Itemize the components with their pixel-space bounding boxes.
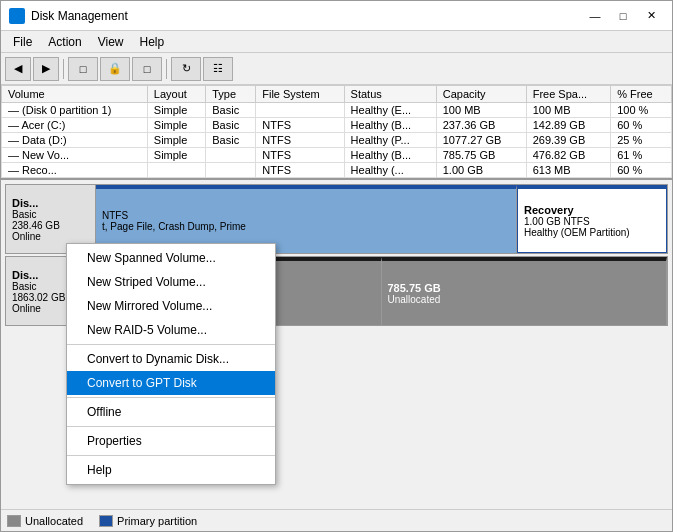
legend-primary: Primary partition bbox=[99, 515, 197, 527]
col-status[interactable]: Status bbox=[344, 86, 436, 103]
ctx-convert-dynamic[interactable]: Convert to Dynamic Disk... bbox=[67, 347, 275, 371]
table-row[interactable]: — Acer (C:) Simple Basic NTFS Healthy (B… bbox=[2, 118, 672, 133]
cell-layout: Simple bbox=[147, 133, 205, 148]
title-controls: — □ ✕ bbox=[582, 6, 664, 26]
ctx-new-mirrored[interactable]: New Mirrored Volume... bbox=[67, 294, 275, 318]
cell-fs: NTFS bbox=[256, 163, 344, 178]
cell-free: 613 MB bbox=[526, 163, 611, 178]
toolbar-btn-3[interactable]: □ bbox=[68, 57, 98, 81]
col-filesystem[interactable]: File System bbox=[256, 86, 344, 103]
disk-0-size: 238.46 GB bbox=[12, 220, 89, 231]
minimize-button[interactable]: — bbox=[582, 6, 608, 26]
cell-free: 100 MB bbox=[526, 103, 611, 118]
partition-recovery-size: 1.00 GB NTFS bbox=[524, 216, 660, 227]
cell-layout: Simple bbox=[147, 103, 205, 118]
cell-type: Basic bbox=[206, 118, 256, 133]
cell-pct: 100 % bbox=[611, 103, 672, 118]
main-content: Volume Layout Type File System Status Ca… bbox=[1, 85, 672, 509]
ctx-sep-3 bbox=[67, 426, 275, 427]
cell-layout bbox=[147, 163, 205, 178]
menu-file[interactable]: File bbox=[5, 33, 40, 51]
cell-status: Healthy (B... bbox=[344, 148, 436, 163]
disk-0-status: Online bbox=[12, 231, 89, 242]
cell-status: Healthy (E... bbox=[344, 103, 436, 118]
partition-2-fs: Unallocated bbox=[388, 294, 661, 305]
cell-cap: 785.75 GB bbox=[436, 148, 526, 163]
cell-free: 142.89 GB bbox=[526, 118, 611, 133]
title-bar: Disk Management — □ ✕ bbox=[1, 1, 672, 31]
col-type[interactable]: Type bbox=[206, 86, 256, 103]
disk-1-partition-2[interactable]: 785.75 GB Unallocated bbox=[382, 257, 668, 325]
cell-layout: Simple bbox=[147, 118, 205, 133]
cell-type: Basic bbox=[206, 133, 256, 148]
cell-type bbox=[206, 163, 256, 178]
forward-button[interactable]: ▶ bbox=[33, 57, 59, 81]
menu-bar: File Action View Help bbox=[1, 31, 672, 53]
col-freepct[interactable]: % Free bbox=[611, 86, 672, 103]
cell-fs: NTFS bbox=[256, 133, 344, 148]
back-button[interactable]: ◀ bbox=[5, 57, 31, 81]
toolbar-btn-5[interactable]: □ bbox=[132, 57, 162, 81]
ctx-help[interactable]: Help bbox=[67, 458, 275, 482]
close-button[interactable]: ✕ bbox=[638, 6, 664, 26]
cell-pct: 61 % bbox=[611, 148, 672, 163]
cell-cap: 100 MB bbox=[436, 103, 526, 118]
ctx-sep-4 bbox=[67, 455, 275, 456]
cell-type: Basic bbox=[206, 103, 256, 118]
table-row[interactable]: — Data (D:) Simple Basic NTFS Healthy (P… bbox=[2, 133, 672, 148]
volume-table: Volume Layout Type File System Status Ca… bbox=[1, 85, 672, 178]
toolbar-btn-6[interactable]: ↻ bbox=[171, 57, 201, 81]
ctx-new-striped[interactable]: New Striped Volume... bbox=[67, 270, 275, 294]
menu-action[interactable]: Action bbox=[40, 33, 89, 51]
partition-recovery-status: Healthy (OEM Partition) bbox=[524, 227, 660, 238]
disk-0-name: Dis... bbox=[12, 197, 89, 209]
cell-volume: — Acer (C:) bbox=[2, 118, 148, 133]
disk-0-partition-recovery[interactable]: Recovery 1.00 GB NTFS Healthy (OEM Parti… bbox=[517, 185, 667, 253]
col-freespace[interactable]: Free Spa... bbox=[526, 86, 611, 103]
table-row[interactable]: — Reco... NTFS Healthy (... 1.00 GB 613 … bbox=[2, 163, 672, 178]
col-layout[interactable]: Layout bbox=[147, 86, 205, 103]
table-row[interactable]: — (Disk 0 partition 1) Simple Basic Heal… bbox=[2, 103, 672, 118]
ctx-sep-1 bbox=[67, 344, 275, 345]
cell-fs: NTFS bbox=[256, 118, 344, 133]
menu-help[interactable]: Help bbox=[132, 33, 173, 51]
legend-unallocated-label: Unallocated bbox=[25, 515, 83, 527]
table-row[interactable]: — New Vo... Simple NTFS Healthy (B... 78… bbox=[2, 148, 672, 163]
ctx-offline[interactable]: Offline bbox=[67, 400, 275, 424]
maximize-button[interactable]: □ bbox=[610, 6, 636, 26]
ctx-properties[interactable]: Properties bbox=[67, 429, 275, 453]
disk-0-type: Basic bbox=[12, 209, 89, 220]
legend: Unallocated Primary partition bbox=[1, 509, 672, 531]
context-menu: New Spanned Volume... New Striped Volume… bbox=[66, 243, 276, 485]
cell-status: Healthy (P... bbox=[344, 133, 436, 148]
toolbar-sep-1 bbox=[63, 59, 64, 79]
cell-type bbox=[206, 148, 256, 163]
legend-primary-box bbox=[99, 515, 113, 527]
cell-cap: 1077.27 GB bbox=[436, 133, 526, 148]
cell-status: Healthy (... bbox=[344, 163, 436, 178]
toolbar-btn-4[interactable]: 🔒 bbox=[100, 57, 130, 81]
cell-volume: — New Vo... bbox=[2, 148, 148, 163]
partition-c-fs: NTFS bbox=[102, 210, 510, 221]
ctx-new-spanned[interactable]: New Spanned Volume... bbox=[67, 246, 275, 270]
ctx-convert-gpt[interactable]: Convert to GPT Disk bbox=[67, 371, 275, 395]
cell-pct: 25 % bbox=[611, 133, 672, 148]
ctx-new-raid5[interactable]: New RAID-5 Volume... bbox=[67, 318, 275, 342]
partition-2-size: 785.75 GB bbox=[388, 282, 661, 294]
legend-unallocated-box bbox=[7, 515, 21, 527]
window-title: Disk Management bbox=[31, 9, 582, 23]
cell-cap: 237.36 GB bbox=[436, 118, 526, 133]
volume-table-container[interactable]: Volume Layout Type File System Status Ca… bbox=[1, 85, 672, 180]
cell-volume: — Reco... bbox=[2, 163, 148, 178]
toolbar-btn-7[interactable]: ☷ bbox=[203, 57, 233, 81]
cell-cap: 1.00 GB bbox=[436, 163, 526, 178]
col-volume[interactable]: Volume bbox=[2, 86, 148, 103]
legend-unallocated: Unallocated bbox=[7, 515, 83, 527]
partition-c-status: t, Page File, Crash Dump, Prime bbox=[102, 221, 510, 232]
cell-volume: — Data (D:) bbox=[2, 133, 148, 148]
toolbar: ◀ ▶ □ 🔒 □ ↻ ☷ bbox=[1, 53, 672, 85]
col-capacity[interactable]: Capacity bbox=[436, 86, 526, 103]
menu-view[interactable]: View bbox=[90, 33, 132, 51]
cell-volume: — (Disk 0 partition 1) bbox=[2, 103, 148, 118]
toolbar-sep-2 bbox=[166, 59, 167, 79]
